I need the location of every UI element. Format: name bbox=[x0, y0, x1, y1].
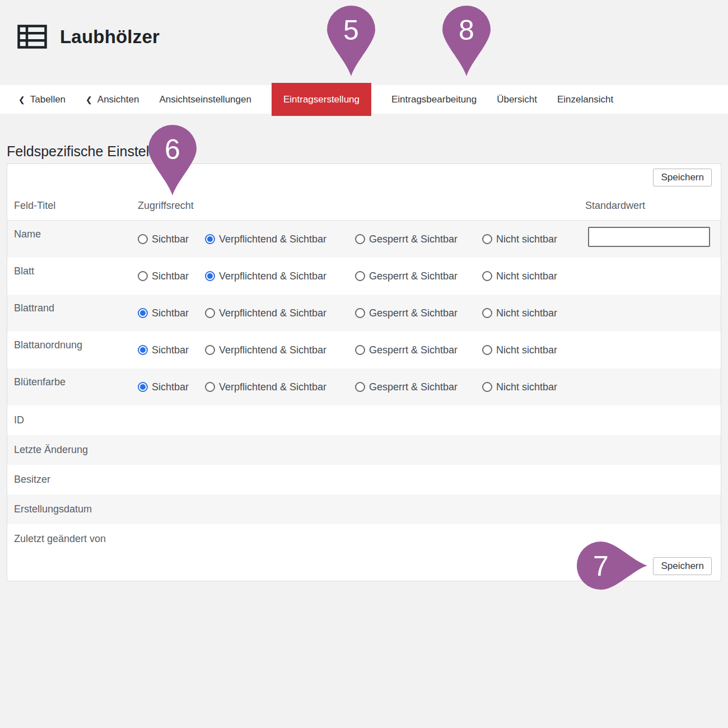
nav-tab-eintragserstellung[interactable]: Eintragserstellung bbox=[272, 83, 371, 116]
radio-icon[interactable] bbox=[355, 308, 365, 318]
table-icon bbox=[17, 25, 47, 49]
radio-label: Sichtbar bbox=[152, 307, 189, 319]
radio-option-nicht-sichtbar[interactable]: Nicht sichtbar bbox=[482, 270, 721, 282]
radio-option-nicht-sichtbar[interactable]: Nicht sichtbar bbox=[482, 344, 721, 356]
radio-option-sichtbar[interactable]: Sichtbar bbox=[138, 270, 205, 282]
radio-label: Gesperrt & Sichtbar bbox=[369, 344, 458, 356]
radio-icon[interactable] bbox=[355, 234, 365, 244]
field-title-label: Blattanordnung bbox=[14, 332, 138, 351]
field-title-label: Besitzer bbox=[14, 474, 721, 486]
nav-tab-label: Eintragserstellung bbox=[283, 94, 360, 105]
radio-option-gesperrt-sichtbar[interactable]: Gesperrt & Sichtbar bbox=[355, 344, 482, 356]
nav-tab-tabellen[interactable]: ❮Tabellen bbox=[18, 94, 66, 105]
nav-tab-einzelansicht[interactable]: Einzelansicht bbox=[557, 94, 613, 105]
radio-icon[interactable] bbox=[355, 382, 365, 392]
nav-tab-label: Einzelansicht bbox=[557, 94, 613, 105]
radio-label: Nicht sichtbar bbox=[496, 344, 557, 356]
table-row-bluetenfarbe: BlütenfarbeSichtbarVerpflichtend & Sicht… bbox=[7, 368, 721, 405]
radio-label: Nicht sichtbar bbox=[496, 307, 557, 319]
marker-number: 5 bbox=[343, 15, 359, 46]
default-value-input[interactable] bbox=[588, 227, 710, 247]
radio-icon[interactable] bbox=[205, 271, 215, 281]
nav-tab-label: Übersicht bbox=[497, 94, 537, 105]
chevron-left-icon: ❮ bbox=[86, 96, 92, 104]
save-button-top[interactable]: Speichern bbox=[653, 169, 712, 186]
radio-icon[interactable] bbox=[138, 382, 148, 392]
radio-label: Gesperrt & Sichtbar bbox=[369, 234, 458, 245]
radio-icon[interactable] bbox=[205, 382, 215, 392]
radio-icon[interactable] bbox=[355, 271, 365, 281]
radio-option-verpflichtend-sichtbar[interactable]: Verpflichtend & Sichtbar bbox=[205, 270, 355, 282]
radio-icon[interactable] bbox=[482, 382, 492, 392]
table-row-erstellungsdatum: Erstellungsdatum bbox=[7, 494, 721, 524]
radio-option-gesperrt-sichtbar[interactable]: Gesperrt & Sichtbar bbox=[355, 270, 482, 282]
radio-label: Verpflichtend & Sichtbar bbox=[219, 270, 326, 282]
column-header-access: Zugriffsrecht bbox=[138, 200, 585, 212]
table-row-blattrand: BlattrandSichtbarVerpflichtend & Sichtba… bbox=[7, 295, 721, 332]
field-title-label: Letzte Änderung bbox=[14, 444, 721, 456]
tab-bar: ❮Tabellen❮AnsichtenAnsichtseinstellungen… bbox=[0, 85, 728, 114]
field-title-label: Blütenfarbe bbox=[14, 368, 138, 388]
table-row-id: ID bbox=[7, 405, 721, 435]
radio-icon[interactable] bbox=[138, 271, 148, 281]
page-title: Laubhölzer bbox=[60, 26, 160, 48]
radio-icon[interactable] bbox=[482, 234, 492, 244]
app-header: Laubhölzer bbox=[17, 25, 160, 49]
table-row-zuletzt-geaendert-von: Zuletzt geändert von bbox=[7, 524, 721, 554]
radio-icon[interactable] bbox=[482, 308, 492, 318]
nav-tab-uebersicht[interactable]: Übersicht bbox=[497, 94, 537, 105]
chevron-left-icon: ❮ bbox=[18, 96, 25, 104]
nav-tab-label: Eintragsbearbeitung bbox=[391, 94, 477, 105]
radio-icon[interactable] bbox=[205, 234, 215, 244]
radio-icon[interactable] bbox=[205, 345, 215, 355]
radio-label: Verpflichtend & Sichtbar bbox=[219, 307, 326, 319]
table-row-blatt: BlattSichtbarVerpflichtend & SichtbarGes… bbox=[7, 258, 721, 295]
field-title-label: Name bbox=[14, 221, 138, 240]
table-row-besitzer: Besitzer bbox=[7, 465, 721, 494]
radio-option-verpflichtend-sichtbar[interactable]: Verpflichtend & Sichtbar bbox=[205, 381, 355, 393]
radio-label: Gesperrt & Sichtbar bbox=[369, 381, 458, 393]
column-header-default: Standardwert bbox=[585, 200, 721, 212]
field-title-label: Erstellungsdatum bbox=[14, 503, 721, 515]
save-button-bottom[interactable]: Speichern bbox=[653, 557, 712, 575]
radio-icon[interactable] bbox=[482, 345, 492, 355]
radio-icon[interactable] bbox=[482, 271, 492, 281]
radio-icon[interactable] bbox=[355, 345, 365, 355]
field-settings-card: Speichern Feld-Titel Zugriffsrecht Stand… bbox=[7, 164, 721, 581]
radio-icon[interactable] bbox=[138, 345, 148, 355]
radio-option-gesperrt-sichtbar[interactable]: Gesperrt & Sichtbar bbox=[355, 307, 482, 319]
radio-label: Sichtbar bbox=[152, 234, 189, 245]
nav-tab-label: Ansichten bbox=[97, 94, 139, 105]
radio-icon[interactable] bbox=[205, 308, 215, 318]
nav-tab-eintragsbearbeitung[interactable]: Eintragsbearbeitung bbox=[391, 94, 477, 105]
table-header-row: Feld-Titel Zugriffsrecht Standardwert bbox=[7, 191, 721, 221]
radio-option-sichtbar[interactable]: Sichtbar bbox=[138, 344, 205, 356]
radio-icon[interactable] bbox=[138, 234, 148, 244]
marker-pin-8: 8 bbox=[442, 6, 491, 78]
nav-tab-ansichtseinstellungen[interactable]: Ansichtseinstellungen bbox=[159, 94, 251, 105]
nav-tab-ansichten[interactable]: ❮Ansichten bbox=[86, 94, 139, 105]
radio-label: Gesperrt & Sichtbar bbox=[369, 270, 458, 282]
radio-label: Nicht sichtbar bbox=[496, 270, 557, 282]
radio-option-verpflichtend-sichtbar[interactable]: Verpflichtend & Sichtbar bbox=[205, 234, 355, 245]
table-row-letzte-aenderung: Letzte Änderung bbox=[7, 435, 721, 465]
radio-option-nicht-sichtbar[interactable]: Nicht sichtbar bbox=[482, 307, 721, 319]
radio-option-sichtbar[interactable]: Sichtbar bbox=[138, 381, 205, 393]
radio-label: Nicht sichtbar bbox=[496, 381, 557, 393]
radio-option-sichtbar[interactable]: Sichtbar bbox=[138, 234, 205, 245]
column-header-field: Feld-Titel bbox=[14, 200, 138, 212]
radio-option-verpflichtend-sichtbar[interactable]: Verpflichtend & Sichtbar bbox=[205, 344, 355, 356]
radio-label: Sichtbar bbox=[152, 270, 189, 282]
field-title-label: Blatt bbox=[14, 258, 138, 277]
table-body: NameSichtbarVerpflichtend & SichtbarGesp… bbox=[7, 221, 721, 554]
card-toolbar: Speichern bbox=[7, 164, 721, 191]
radio-icon[interactable] bbox=[138, 308, 148, 318]
radio-option-nicht-sichtbar[interactable]: Nicht sichtbar bbox=[482, 381, 721, 393]
card-footer: Speichern bbox=[7, 554, 721, 581]
radio-label: Gesperrt & Sichtbar bbox=[369, 307, 458, 319]
radio-label: Verpflichtend & Sichtbar bbox=[219, 344, 326, 356]
radio-option-verpflichtend-sichtbar[interactable]: Verpflichtend & Sichtbar bbox=[205, 307, 355, 319]
radio-option-sichtbar[interactable]: Sichtbar bbox=[138, 307, 205, 319]
radio-option-gesperrt-sichtbar[interactable]: Gesperrt & Sichtbar bbox=[355, 381, 482, 393]
radio-option-gesperrt-sichtbar[interactable]: Gesperrt & Sichtbar bbox=[355, 234, 482, 245]
